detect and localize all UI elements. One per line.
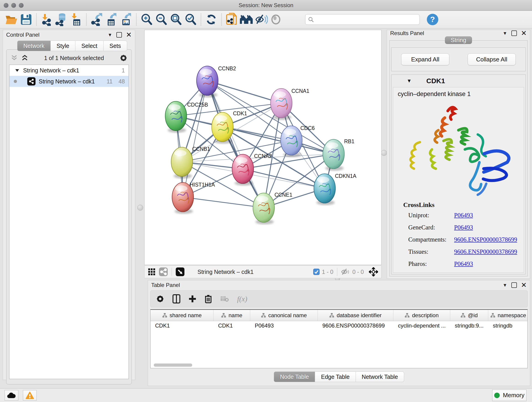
expand-all-button[interactable]: Expand All	[401, 53, 449, 65]
table-row[interactable]: CDK1CDK1P064939606.ENSP00000378699cyclin…	[151, 321, 527, 331]
column-header-namespace[interactable]: namespace	[488, 310, 528, 321]
table-cell[interactable]: CDK1	[151, 321, 214, 331]
export-image-button[interactable]	[119, 12, 133, 27]
table-cell[interactable]: P06493	[250, 321, 318, 331]
function-builder-button[interactable]: f(x)	[237, 295, 247, 303]
table-cell[interactable]: CDK1	[214, 321, 250, 331]
panel-collapse-icon[interactable]: ▼	[503, 283, 507, 288]
crosslink-link[interactable]: P06493	[454, 224, 473, 231]
panel-close-icon[interactable]: ✕	[521, 31, 527, 36]
edge-HIST1H1A-CCNE1[interactable]	[183, 197, 264, 208]
import-network-file-button[interactable]	[39, 12, 54, 27]
toolbar-search[interactable]	[305, 14, 420, 25]
zoom-in-button[interactable]	[139, 12, 154, 27]
column-header--id[interactable]: @id	[450, 310, 488, 321]
tree-expander-icon[interactable]	[15, 69, 19, 72]
cloud-status-button[interactable]	[5, 390, 18, 401]
tab-edge-table[interactable]: Edge Table	[315, 371, 356, 382]
tab-node-table[interactable]: Node Table	[274, 371, 315, 382]
protein-section-header[interactable]: ▼ CDK1	[392, 75, 525, 87]
table-settings-gear-icon[interactable]	[156, 295, 164, 303]
show-columns-icon[interactable]	[172, 294, 180, 303]
table-cell[interactable]: stringdb:9...	[450, 321, 488, 331]
neighbors-button[interactable]	[239, 12, 254, 27]
node-CCNB1[interactable]: CCNB1	[171, 146, 210, 179]
panel-collapse-icon[interactable]: ▼	[108, 32, 112, 38]
import-table-button[interactable]	[69, 12, 83, 27]
refresh-button[interactable]	[204, 12, 219, 27]
delete-column-icon[interactable]	[205, 294, 212, 303]
column-header-description[interactable]: description	[393, 310, 450, 321]
tab-style[interactable]: Style	[51, 41, 76, 51]
help-button[interactable]: ?	[425, 12, 440, 27]
tab-network[interactable]: Network	[17, 41, 51, 51]
network-from-selection-button[interactable]	[225, 12, 239, 27]
zoom-out-button[interactable]	[154, 12, 169, 27]
network-selected-status: 1 of 1 Network selected	[28, 55, 120, 61]
panel-collapse-icon[interactable]: ▼	[503, 31, 507, 36]
expand-all-chevron-icon[interactable]	[11, 55, 18, 61]
edge-CCNB2-CCNE1[interactable]	[207, 81, 264, 208]
show-all-button[interactable]	[268, 12, 283, 27]
node-CDKN1A[interactable]: CDKN1A	[314, 173, 356, 205]
gear-icon[interactable]	[120, 54, 127, 62]
edge-CCNB2-HIST1H1A[interactable]	[183, 81, 207, 197]
section-expander-icon[interactable]: ▼	[407, 78, 412, 84]
node-CDC25B[interactable]: CDC25B	[165, 101, 208, 133]
node-CCNE1[interactable]: CCNE1	[253, 192, 292, 224]
table-cell[interactable]: 9606.ENSP00000378699	[318, 321, 393, 331]
tab-select[interactable]: Select	[75, 41, 103, 51]
network-share-icon[interactable]	[159, 267, 168, 276]
column-header-canonical-name[interactable]: canonical name	[250, 310, 318, 321]
zoom-selected-button[interactable]	[183, 12, 198, 27]
node-CDC6[interactable]: CDC6	[281, 125, 315, 157]
column-header-database-identifier[interactable]: database identifier	[318, 310, 393, 321]
selected-checkbox-icon[interactable]	[313, 269, 320, 275]
crosslink-link[interactable]: 9606.ENSP00000378699	[454, 236, 517, 243]
panel-close-icon[interactable]: ✕	[126, 32, 132, 37]
export-table-button[interactable]	[104, 12, 119, 27]
export-network-button[interactable]	[89, 12, 104, 27]
node-HIST1H1A[interactable]: HIST1H1A	[172, 182, 215, 214]
network-collection-row[interactable]: String Network – cdk1 1	[9, 65, 128, 76]
column-header-name[interactable]: name	[214, 310, 250, 321]
right-splitter-handle[interactable]	[381, 150, 387, 156]
tab-string[interactable]: String	[445, 36, 472, 44]
zoom-fit-button[interactable]	[169, 12, 183, 27]
node-CCNB2[interactable]: CCNB2	[196, 65, 236, 97]
grid-view-icon[interactable]	[148, 268, 156, 276]
network-row[interactable]: String Network – cdk1 11 48	[9, 76, 128, 87]
warnings-button[interactable]	[23, 390, 37, 401]
collapse-all-button[interactable]: Collapse All	[468, 53, 516, 65]
panel-float-icon[interactable]	[511, 282, 517, 288]
edge-CCNB2-CCNA1[interactable]	[207, 81, 281, 103]
open-session-button[interactable]	[4, 12, 19, 27]
crosslink-link[interactable]: 9606.ENSP00000378699	[454, 248, 517, 255]
tab-sets[interactable]: Sets	[104, 41, 127, 51]
import-network-database-button[interactable]	[54, 12, 69, 27]
panel-close-icon[interactable]: ✕	[521, 283, 527, 287]
hide-selected-button[interactable]	[254, 12, 268, 27]
panel-float-icon[interactable]	[511, 31, 517, 36]
column-header-shared-name[interactable]: shared name	[151, 310, 214, 321]
collapse-all-chevron-icon[interactable]	[21, 55, 28, 61]
network-canvas[interactable]: CCNB2CCNA1CDC25BCDK1CDC6RB1CCNB1CCNA2CDK…	[144, 30, 381, 265]
table-cell[interactable]: cyclin-dependent ...	[393, 321, 450, 331]
fit-crosshair-icon[interactable]	[369, 267, 378, 276]
birdseye-view-icon[interactable]	[176, 267, 185, 276]
node-table[interactable]: shared namenamecanonical namedatabase id…	[150, 309, 528, 368]
table-cell[interactable]: stringdb	[488, 321, 528, 331]
edge-CCNA2-CDKN1A[interactable]	[243, 169, 325, 188]
memory-button[interactable]: Memory	[492, 390, 526, 401]
crosslink-link[interactable]: P06493	[454, 212, 473, 219]
panel-float-icon[interactable]	[116, 32, 122, 38]
left-splitter-handle[interactable]	[137, 205, 143, 211]
tab-network-table[interactable]: Network Table	[356, 371, 404, 382]
node-CCNA1[interactable]: CCNA1	[271, 88, 309, 120]
search-input[interactable]	[316, 16, 417, 23]
node-RB1[interactable]: RB1	[323, 138, 355, 171]
table-hscrollbar[interactable]	[154, 364, 192, 367]
save-session-button[interactable]	[19, 12, 33, 27]
crosslink-link[interactable]: P06493	[454, 260, 473, 268]
add-column-icon[interactable]	[189, 295, 196, 303]
